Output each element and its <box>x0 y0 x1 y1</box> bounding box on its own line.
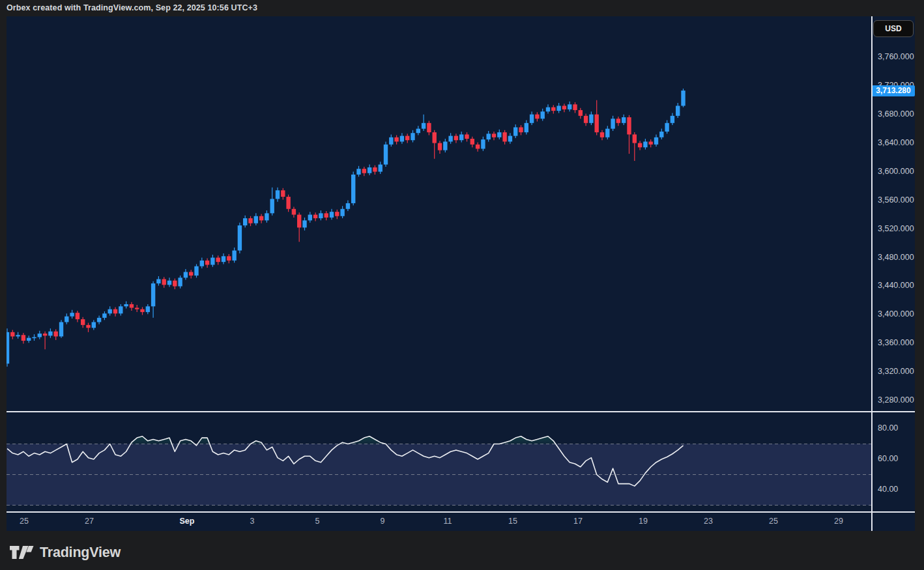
rsi-axis-label: 60.00 <box>878 454 898 463</box>
price-axis-label: 3,560.000 <box>878 195 914 205</box>
tradingview-brand-link[interactable]: TradingView <box>9 541 121 564</box>
candle-body <box>502 132 506 141</box>
tradingview-brand-text: TradingView <box>40 545 121 561</box>
candle-body <box>519 127 523 132</box>
candle-body <box>243 218 247 225</box>
candle-body <box>568 104 571 109</box>
candle-body <box>551 107 555 111</box>
price-axis-label: 3,320.000 <box>878 367 914 376</box>
candle-body <box>638 143 642 148</box>
time-axis-label: 15 <box>508 517 517 526</box>
price-axis-label: 3,440.000 <box>878 281 914 290</box>
candle-body <box>643 141 647 147</box>
candle-body <box>676 106 680 115</box>
candle-body <box>470 139 474 145</box>
time-axis-label: Sep <box>180 517 195 526</box>
candle-body <box>65 317 68 322</box>
candle-body <box>81 319 85 325</box>
candle-body <box>448 136 452 142</box>
candle-body <box>86 325 90 328</box>
rsi-indicator-pane[interactable] <box>7 412 871 512</box>
candle-body <box>265 213 268 220</box>
candle-body <box>184 272 188 278</box>
candle-body <box>346 203 350 209</box>
candle-body <box>487 134 491 139</box>
candle-body <box>340 209 344 216</box>
candle-body <box>427 123 431 132</box>
candle-body <box>124 304 128 306</box>
price-axis-label: 3,680.000 <box>878 109 914 119</box>
time-axis-label: 25 <box>20 517 29 526</box>
pane-separator-top[interactable] <box>7 411 915 412</box>
last-price-tag: 3,713.280 <box>872 85 915 96</box>
candlestick-price-pane[interactable] <box>7 16 871 412</box>
candle-body <box>584 116 588 123</box>
candle-body <box>454 136 458 141</box>
candle-body <box>140 309 144 312</box>
candle-body <box>400 136 404 142</box>
candle-body <box>438 143 442 150</box>
candle-body <box>254 216 258 223</box>
price-axis-label: 3,480.000 <box>878 253 914 262</box>
candle-body <box>259 216 263 221</box>
candle-body <box>248 218 252 223</box>
candle-body <box>379 165 383 172</box>
candle-body <box>167 281 171 285</box>
price-axis-label: 3,520.000 <box>878 224 914 233</box>
candle-body <box>465 134 469 139</box>
time-axis-label: 3 <box>250 517 255 526</box>
candle-body <box>508 136 512 142</box>
candle-body <box>627 117 631 134</box>
candle-body <box>32 337 36 339</box>
candle-body <box>135 307 139 309</box>
candle-body <box>297 215 301 228</box>
currency-usd-button[interactable]: USD <box>873 20 914 37</box>
candle-body <box>389 137 393 145</box>
candle-body <box>443 141 447 150</box>
candle-body <box>102 313 106 318</box>
candle-body <box>433 132 437 143</box>
candle-body <box>600 132 604 137</box>
candle-body <box>497 132 501 137</box>
candle-body <box>189 272 193 276</box>
candle-body <box>200 261 204 266</box>
candle-body <box>535 115 539 119</box>
candle-body <box>92 322 96 328</box>
time-axis[interactable]: 2527Sep35911151719232529 <box>7 513 915 531</box>
candle-body <box>325 213 328 218</box>
candle-body <box>492 134 496 137</box>
pane-separator-bottom[interactable] <box>7 511 915 513</box>
candle-body <box>146 306 150 312</box>
candle-body <box>633 134 637 143</box>
price-axis-label: 3,280.000 <box>878 395 914 405</box>
candle-body <box>405 136 409 141</box>
candle-body <box>70 313 74 316</box>
candle-body <box>665 123 669 132</box>
candle-body <box>43 334 47 335</box>
candle-body <box>38 334 42 337</box>
candle-body <box>308 215 312 221</box>
candle-body <box>373 167 377 172</box>
tradingview-logo-icon <box>9 541 34 563</box>
tradingview-chart-screenshot: Orbex created with TradingView.com, Sep … <box>0 0 924 570</box>
price-axis[interactable]: USD 3,713.280 3,760.0003,720.0003,680.00… <box>873 16 915 512</box>
candle-body <box>302 220 306 227</box>
candle-body <box>335 212 339 216</box>
candle-body <box>530 115 534 123</box>
candle-body <box>292 209 296 215</box>
candle-body <box>649 141 653 144</box>
candle-body <box>313 215 317 218</box>
candle-body <box>351 175 355 203</box>
time-axis-label: 23 <box>704 517 713 526</box>
candle-body <box>579 110 583 116</box>
candle-body <box>113 309 117 314</box>
candle-body <box>595 115 599 132</box>
candle-body <box>356 169 360 175</box>
candle-body <box>605 129 609 137</box>
candle-body <box>459 134 463 140</box>
candle-body <box>589 115 593 123</box>
candle-body <box>681 91 685 106</box>
candle-body <box>27 338 31 341</box>
time-axis-label: 11 <box>444 517 452 526</box>
candle-body <box>411 133 414 140</box>
